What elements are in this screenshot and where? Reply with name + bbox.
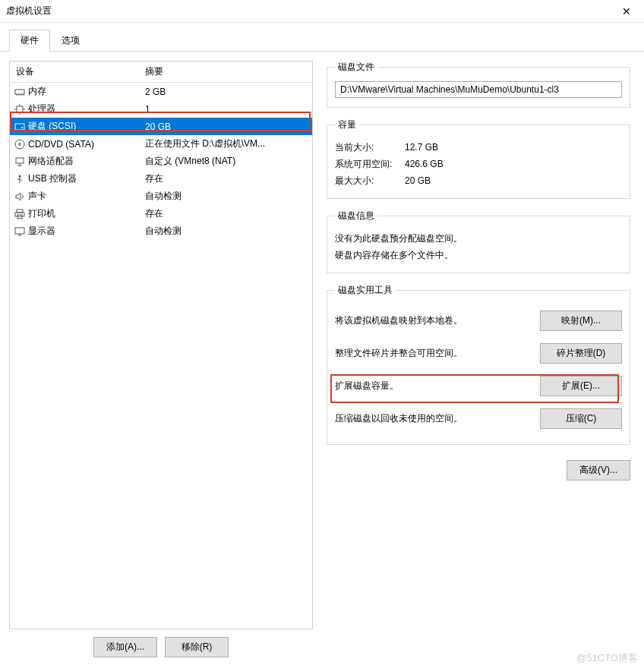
device-name: 处理器 [27, 102, 139, 115]
svg-rect-10 [15, 124, 24, 130]
device-summary: 自定义 (VMnet8 (NAT) [139, 155, 309, 168]
compact-button[interactable]: 压缩(C) [540, 408, 622, 429]
expand-button[interactable]: 扩展(E)... [540, 376, 622, 396]
svg-rect-25 [15, 228, 24, 234]
left-actions: 添加(A)... 移除(R) [9, 629, 313, 662]
titlebar: 虚拟机设置 ✕ [0, 0, 644, 23]
window-title: 虚拟机设置 [6, 5, 615, 17]
list-item[interactable]: 网络适配器 自定义 (VMnet8 (NAT) [10, 153, 312, 170]
memory-icon [13, 87, 27, 97]
svg-point-12 [15, 140, 24, 149]
disk-file-group: 磁盘文件 D:\VMware\Virtual Machines\MuMuDemo… [327, 61, 630, 108]
capacity-current: 当前大小:12.7 GB [335, 139, 622, 156]
disk-icon [13, 121, 27, 132]
disk-file-path[interactable]: D:\VMware\Virtual Machines\MuMuDemo\Ubun… [335, 81, 622, 98]
capacity-max: 最大大小:20 GB [335, 172, 622, 189]
disk-info-legend: 磁盘信息 [335, 210, 377, 222]
remove-button[interactable]: 移除(R) [165, 637, 229, 657]
svg-point-11 [21, 127, 23, 128]
cpu-icon [13, 104, 27, 115]
device-summary: 自动检测 [139, 225, 309, 238]
usb-icon [13, 174, 27, 184]
device-list: 设备 摘要 内存 2 GB 处理器 1 硬盘 (SCSI) 20 GB CD/D… [9, 61, 313, 629]
defrag-button[interactable]: 碎片整理(D) [540, 343, 622, 364]
device-name: 声卡 [27, 190, 139, 203]
network-icon [13, 156, 27, 167]
util-map-desc: 将该虚拟机磁盘映射到本地卷。 [335, 314, 532, 327]
tab-options[interactable]: 选项 [50, 30, 91, 52]
device-summary: 正在使用文件 D:\虚拟机\VM... [139, 137, 309, 150]
tabs: 硬件 选项 [0, 23, 644, 52]
display-icon [13, 226, 27, 237]
device-summary: 存在 [139, 207, 309, 220]
device-summary: 存在 [139, 172, 309, 185]
list-item[interactable]: 内存 2 GB [10, 83, 312, 100]
device-name: USB 控制器 [27, 172, 139, 185]
add-button[interactable]: 添加(A)... [93, 637, 157, 657]
list-item[interactable]: 声卡 自动检测 [10, 187, 312, 205]
util-compact-row: 压缩磁盘以回收未使用的空间。 压缩(C) [335, 402, 622, 435]
list-item[interactable]: CD/DVD (SATA) 正在使用文件 D:\虚拟机\VM... [10, 135, 312, 153]
printer-icon [13, 209, 27, 219]
device-name: 内存 [27, 85, 139, 98]
dialog-body: 设备 摘要 内存 2 GB 处理器 1 硬盘 (SCSI) 20 GB CD/D… [0, 52, 644, 668]
device-summary: 2 GB [139, 87, 309, 97]
utilities-group: 磁盘实用工具 将该虚拟机磁盘映射到本地卷。 映射(M)... 整理文件碎片并整合… [327, 284, 630, 445]
device-name: 打印机 [27, 207, 139, 220]
capacity-legend: 容量 [335, 118, 359, 131]
device-name: 硬盘 (SCSI) [27, 120, 139, 133]
svg-rect-22 [17, 210, 23, 213]
advanced-row: 高级(V)... [327, 455, 630, 481]
disk-info-line1: 没有为此硬盘预分配磁盘空间。 [335, 230, 622, 247]
svg-rect-14 [16, 158, 24, 163]
svg-point-13 [19, 143, 21, 145]
list-item[interactable]: 打印机 存在 [10, 205, 312, 222]
list-item[interactable]: 处理器 1 [10, 100, 312, 118]
device-name: 显示器 [27, 225, 139, 238]
svg-rect-5 [17, 106, 23, 112]
capacity-group: 容量 当前大小:12.7 GB 系统可用空间:426.6 GB 最大大小:20 … [327, 118, 630, 199]
right-pane: 磁盘文件 D:\VMware\Virtual Machines\MuMuDemo… [322, 61, 635, 662]
list-item[interactable]: 显示器 自动检测 [10, 222, 312, 240]
sound-icon [13, 191, 27, 202]
header-device: 设备 [10, 61, 139, 82]
list-item[interactable]: 硬盘 (SCSI) 20 GB [10, 118, 312, 135]
util-expand-desc: 扩展磁盘容量。 [335, 380, 532, 392]
device-summary: 自动检测 [139, 190, 309, 203]
map-button[interactable]: 映射(M)... [540, 310, 622, 331]
disk-file-legend: 磁盘文件 [335, 61, 377, 74]
tab-hardware[interactable]: 硬件 [9, 30, 50, 52]
list-item[interactable]: USB 控制器 存在 [10, 170, 312, 187]
cd-icon [13, 139, 27, 150]
device-summary: 1 [139, 104, 309, 115]
svg-marker-21 [16, 193, 21, 200]
device-name: CD/DVD (SATA) [27, 139, 139, 150]
device-summary: 20 GB [139, 121, 309, 132]
util-defrag-desc: 整理文件碎片并整合可用空间。 [335, 347, 532, 360]
header-summary: 摘要 [139, 61, 312, 82]
util-defrag-row: 整理文件碎片并整合可用空间。 碎片整理(D) [335, 337, 622, 370]
advanced-button[interactable]: 高级(V)... [567, 460, 630, 481]
disk-info-group: 磁盘信息 没有为此硬盘预分配磁盘空间。 硬盘内容存储在多个文件中。 [327, 210, 630, 273]
util-compact-desc: 压缩磁盘以回收未使用的空间。 [335, 412, 532, 425]
device-list-header: 设备 摘要 [10, 61, 312, 83]
util-expand-row: 扩展磁盘容量。 扩展(E)... [335, 370, 622, 402]
util-map-row: 将该虚拟机磁盘映射到本地卷。 映射(M)... [335, 304, 622, 337]
disk-info-line2: 硬盘内容存储在多个文件中。 [335, 247, 622, 263]
close-icon[interactable]: ✕ [615, 5, 638, 17]
capacity-free: 系统可用空间:426.6 GB [335, 156, 622, 172]
device-name: 网络适配器 [27, 155, 139, 168]
left-pane: 设备 摘要 内存 2 GB 处理器 1 硬盘 (SCSI) 20 GB CD/D… [9, 61, 313, 662]
utilities-legend: 磁盘实用工具 [335, 284, 396, 297]
svg-rect-0 [15, 90, 24, 94]
